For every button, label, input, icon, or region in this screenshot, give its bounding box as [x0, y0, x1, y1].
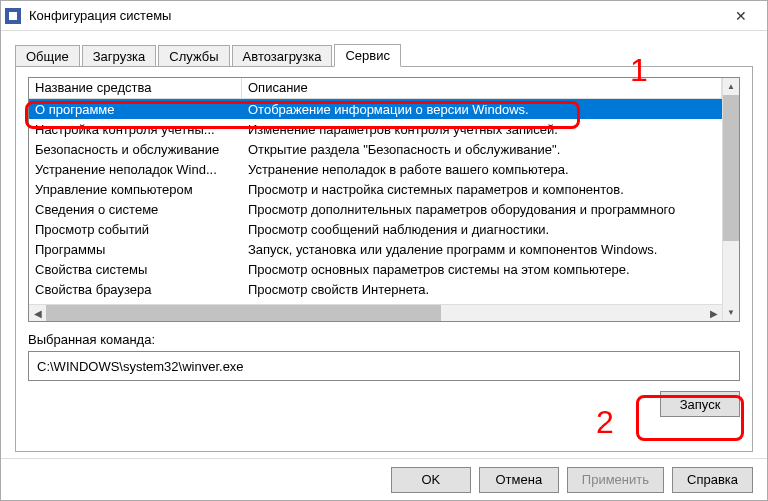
selected-command-text: C:\WINDOWS\system32\winver.exe: [37, 359, 244, 374]
cell-name: Безопасность и обслуживание: [29, 141, 242, 158]
cell-description: Запуск, установка или удаление программ …: [242, 241, 722, 258]
cell-description: Изменение параметров контроля учетных за…: [242, 121, 722, 138]
vscroll-thumb[interactable]: [723, 95, 739, 241]
table-row[interactable]: Управление компьютеромПросмотр и настрой…: [29, 179, 722, 199]
cell-name: Свойства системы: [29, 261, 242, 278]
cell-description: Отображение информации о версии Windows.: [242, 101, 722, 118]
cell-description: Открытие раздела "Безопасность и обслужи…: [242, 141, 722, 158]
scroll-down-icon[interactable]: ▼: [723, 304, 739, 321]
window-title: Конфигурация системы: [29, 8, 718, 23]
cell-description: Просмотр свойств Интернета.: [242, 281, 722, 298]
cell-name: Настройка контроля учетны...: [29, 121, 242, 138]
horizontal-scrollbar[interactable]: ◀ ▶: [29, 304, 722, 321]
tab-startup[interactable]: Автозагрузка: [232, 45, 333, 67]
ok-button[interactable]: OK: [391, 467, 471, 493]
listview-headers: Название средства Описание: [29, 78, 722, 99]
table-row[interactable]: Свойства браузераПросмотр свойств Интерн…: [29, 279, 722, 299]
vscroll-track[interactable]: [723, 95, 739, 304]
vertical-scrollbar[interactable]: ▲ ▼: [722, 78, 739, 321]
tab-panel-tools: Название средства Описание О программеОт…: [15, 66, 753, 452]
cell-name: Просмотр событий: [29, 221, 242, 238]
cell-name: Сведения о системе: [29, 201, 242, 218]
table-row[interactable]: Устранение неполадок Wind...Устранение н…: [29, 159, 722, 179]
cell-name: Свойства браузера: [29, 281, 242, 298]
table-row[interactable]: О программеОтображение информации о верс…: [29, 99, 722, 119]
cell-name: Программы: [29, 241, 242, 258]
table-row[interactable]: Безопасность и обслуживаниеОткрытие разд…: [29, 139, 722, 159]
dialog-buttons: OK Отмена Применить Справка: [1, 458, 767, 500]
tools-listview[interactable]: Название средства Описание О программеОт…: [28, 77, 740, 322]
cell-description: Устранение неполадок в работе вашего ком…: [242, 161, 722, 178]
system-config-window: Конфигурация системы ✕ Общие Загрузка Сл…: [0, 0, 768, 501]
table-row[interactable]: Сведения о системеПросмотр дополнительны…: [29, 199, 722, 219]
apply-button[interactable]: Применить: [567, 467, 664, 493]
cell-name: Управление компьютером: [29, 181, 242, 198]
cell-description: Просмотр и настройка системных параметро…: [242, 181, 722, 198]
titlebar[interactable]: Конфигурация системы ✕: [1, 1, 767, 31]
cell-name: Устранение неполадок Wind...: [29, 161, 242, 178]
cancel-button[interactable]: Отмена: [479, 467, 559, 493]
header-name[interactable]: Название средства: [29, 78, 242, 99]
tab-services[interactable]: Службы: [158, 45, 229, 67]
listview-main: Название средства Описание О программеОт…: [29, 78, 722, 321]
hscroll-thumb[interactable]: [46, 305, 441, 322]
selected-command-box: C:\WINDOWS\system32\winver.exe: [28, 351, 740, 381]
close-button[interactable]: ✕: [718, 2, 763, 30]
app-icon: [5, 8, 21, 24]
cell-description: Просмотр основных параметров системы на …: [242, 261, 722, 278]
table-row[interactable]: ПрограммыЗапуск, установка или удаление …: [29, 239, 722, 259]
selected-command-label: Выбранная команда:: [28, 332, 740, 347]
tab-tools[interactable]: Сервис: [334, 44, 401, 67]
window-body: Общие Загрузка Службы Автозагрузка Серви…: [1, 31, 767, 458]
scroll-left-icon[interactable]: ◀: [29, 305, 46, 322]
launch-button[interactable]: Запуск: [660, 391, 740, 417]
tab-general[interactable]: Общие: [15, 45, 80, 67]
tab-boot[interactable]: Загрузка: [82, 45, 157, 67]
table-row[interactable]: Настройка контроля учетны...Изменение па…: [29, 119, 722, 139]
table-row[interactable]: Просмотр событийПросмотр сообщений наблю…: [29, 219, 722, 239]
launch-row: Запуск: [28, 391, 740, 417]
scroll-right-icon[interactable]: ▶: [705, 305, 722, 322]
help-button[interactable]: Справка: [672, 467, 753, 493]
cell-description: Просмотр дополнительных параметров обору…: [242, 201, 722, 218]
table-row[interactable]: Свойства системыПросмотр основных параме…: [29, 259, 722, 279]
header-description[interactable]: Описание: [242, 78, 722, 99]
tabstrip: Общие Загрузка Службы Автозагрузка Серви…: [15, 41, 753, 66]
cell-name: О программе: [29, 101, 242, 118]
hscroll-track[interactable]: [46, 305, 705, 322]
cell-description: Просмотр сообщений наблюдения и диагност…: [242, 221, 722, 238]
scroll-up-icon[interactable]: ▲: [723, 78, 739, 95]
listview-rows: О программеОтображение информации о верс…: [29, 99, 722, 304]
